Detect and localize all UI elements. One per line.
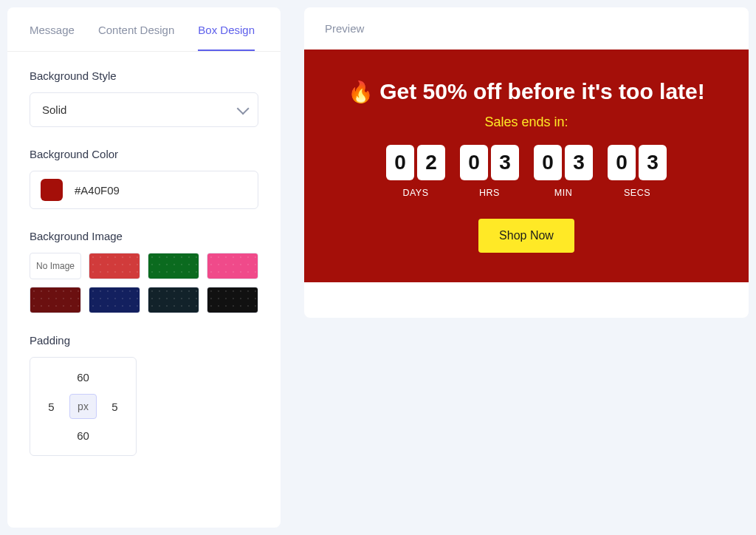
chevron-down-icon xyxy=(237,102,250,115)
tab-content-design[interactable]: Content Design xyxy=(98,7,174,51)
design-panel: Message Content Design Box Design Backgr… xyxy=(7,7,281,528)
preview-panel: Preview 🔥Get 50% off before it's too lat… xyxy=(304,7,749,318)
background-image-label: Background Image xyxy=(30,230,258,242)
digit: 0 xyxy=(534,145,562,180)
background-image-section: Background Image No Image xyxy=(30,230,258,313)
digit: 2 xyxy=(417,145,445,180)
shop-now-button[interactable]: Shop Now xyxy=(478,219,574,253)
background-color-section: Background Color #A40F09 xyxy=(30,148,258,209)
hero-title: 🔥Get 50% off before it's too late! xyxy=(319,79,734,104)
padding-top[interactable]: 60 xyxy=(77,371,89,384)
tab-box-design[interactable]: Box Design xyxy=(198,7,255,51)
countdown-min: 0 3 MIN xyxy=(534,145,593,198)
tabs: Message Content Design Box Design xyxy=(7,7,281,52)
countdown-days: 0 2 DAYS xyxy=(386,145,445,198)
bg-thumb-red[interactable] xyxy=(89,253,140,279)
preview-label: Preview xyxy=(304,7,749,50)
digit: 3 xyxy=(491,145,519,180)
digit: 0 xyxy=(386,145,414,180)
bg-thumb-black[interactable] xyxy=(207,287,258,313)
countdown-label: DAYS xyxy=(402,188,428,198)
background-style-value: Solid xyxy=(42,103,66,116)
countdown: 0 2 DAYS 0 3 HRS 0 3 MIN xyxy=(319,145,734,198)
hero-subline: Sales ends in: xyxy=(319,115,734,130)
fire-icon: 🔥 xyxy=(348,81,374,103)
bg-thumb-darkred[interactable] xyxy=(30,287,81,313)
background-color-field[interactable]: #A40F09 xyxy=(30,171,258,209)
padding-right[interactable]: 5 xyxy=(111,401,117,413)
digit: 3 xyxy=(565,145,593,180)
background-image-thumbs: No Image xyxy=(30,253,258,313)
tab-message[interactable]: Message xyxy=(30,7,75,51)
digit: 0 xyxy=(460,145,488,180)
countdown-label: MIN xyxy=(554,188,572,198)
background-color-label: Background Color xyxy=(30,148,258,160)
countdown-label: SECS xyxy=(624,188,650,198)
padding-section: Padding 60 5 px 5 60 xyxy=(30,334,258,456)
padding-unit[interactable]: px xyxy=(69,394,97,419)
bg-thumb-navy[interactable] xyxy=(89,287,140,313)
padding-label: Padding xyxy=(30,334,258,347)
color-hex-value: #A40F09 xyxy=(75,184,120,197)
padding-control: 60 5 px 5 60 xyxy=(30,357,137,456)
digit: 3 xyxy=(639,145,667,180)
padding-bottom[interactable]: 60 xyxy=(77,429,89,442)
background-style-label: Background Style xyxy=(30,69,258,82)
digit: 0 xyxy=(608,145,636,180)
hero-headline-text: Get 50% off before it's too late! xyxy=(379,79,705,103)
bg-thumb-pink[interactable] xyxy=(207,253,258,279)
panel-body: Background Style Solid Background Color … xyxy=(7,52,281,499)
bg-thumb-darkteal[interactable] xyxy=(148,287,199,313)
background-style-section: Background Style Solid xyxy=(30,69,258,127)
bg-thumb-none[interactable]: No Image xyxy=(30,253,81,279)
bg-thumb-green[interactable] xyxy=(148,253,199,279)
color-swatch xyxy=(41,179,63,201)
countdown-label: HRS xyxy=(479,188,500,198)
countdown-secs: 0 3 SECS xyxy=(608,145,667,198)
countdown-hrs: 0 3 HRS xyxy=(460,145,519,198)
background-style-dropdown[interactable]: Solid xyxy=(30,92,258,127)
preview-canvas: 🔥Get 50% off before it's too late! Sales… xyxy=(304,50,749,282)
padding-left[interactable]: 5 xyxy=(48,401,54,413)
